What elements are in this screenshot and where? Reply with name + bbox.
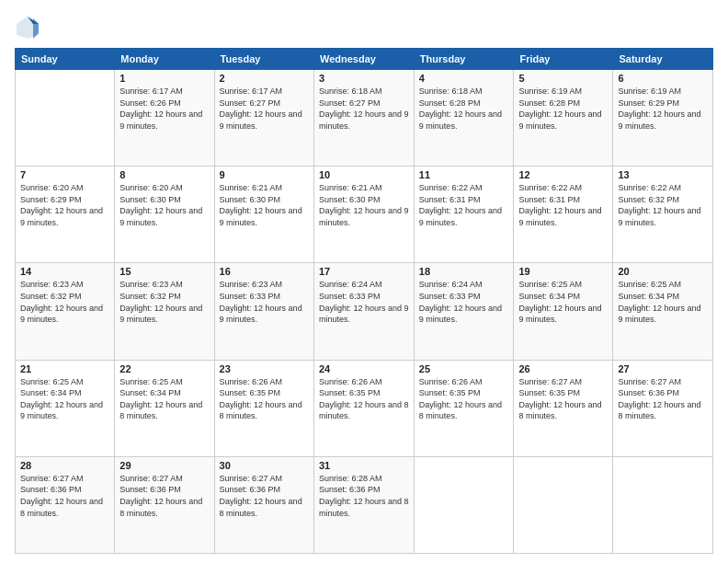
- day-info: Sunrise: 6:19 AM Sunset: 6:29 PM Dayligh…: [618, 86, 708, 132]
- calendar-cell: [613, 456, 713, 553]
- day-number: 4: [419, 73, 509, 84]
- calendar-cell: 27Sunrise: 6:27 AM Sunset: 6:36 PM Dayli…: [613, 360, 713, 456]
- weekday-header: Monday: [115, 49, 214, 70]
- calendar-cell: 2Sunrise: 6:17 AM Sunset: 6:27 PM Daylig…: [214, 70, 313, 167]
- calendar-week-row: 21Sunrise: 6:25 AM Sunset: 6:34 PM Dayli…: [16, 360, 713, 456]
- day-info: Sunrise: 6:26 AM Sunset: 6:35 PM Dayligh…: [319, 376, 409, 422]
- day-info: Sunrise: 6:27 AM Sunset: 6:35 PM Dayligh…: [518, 376, 608, 422]
- calendar-cell: 11Sunrise: 6:22 AM Sunset: 6:31 PM Dayli…: [414, 167, 514, 263]
- calendar-cell: 7Sunrise: 6:20 AM Sunset: 6:29 PM Daylig…: [16, 167, 115, 263]
- day-number: 29: [119, 460, 209, 471]
- day-info: Sunrise: 6:27 AM Sunset: 6:36 PM Dayligh…: [119, 473, 209, 519]
- calendar-cell: 18Sunrise: 6:24 AM Sunset: 6:33 PM Dayli…: [414, 263, 514, 360]
- calendar-cell: 28Sunrise: 6:27 AM Sunset: 6:36 PM Dayli…: [16, 456, 115, 553]
- day-info: Sunrise: 6:18 AM Sunset: 6:28 PM Dayligh…: [419, 86, 509, 132]
- day-info: Sunrise: 6:22 AM Sunset: 6:31 PM Dayligh…: [419, 182, 509, 228]
- day-number: 31: [319, 460, 409, 471]
- weekday-header: Friday: [514, 49, 613, 70]
- day-number: 19: [518, 266, 608, 277]
- day-number: 8: [119, 169, 209, 180]
- day-number: 25: [419, 363, 509, 374]
- day-number: 5: [518, 73, 608, 84]
- day-number: 14: [20, 266, 109, 277]
- calendar-cell: 15Sunrise: 6:23 AM Sunset: 6:32 PM Dayli…: [115, 263, 214, 360]
- day-info: Sunrise: 6:28 AM Sunset: 6:36 PM Dayligh…: [319, 473, 409, 519]
- day-info: Sunrise: 6:23 AM Sunset: 6:33 PM Dayligh…: [220, 279, 309, 325]
- day-info: Sunrise: 6:25 AM Sunset: 6:34 PM Dayligh…: [618, 279, 708, 325]
- day-number: 30: [220, 460, 309, 471]
- page: SundayMondayTuesdayWednesdayThursdayFrid…: [0, 0, 728, 563]
- day-number: 24: [319, 363, 409, 374]
- day-info: Sunrise: 6:26 AM Sunset: 6:35 PM Dayligh…: [220, 376, 309, 422]
- calendar-cell: 5Sunrise: 6:19 AM Sunset: 6:28 PM Daylig…: [514, 70, 613, 167]
- calendar-cell: 31Sunrise: 6:28 AM Sunset: 6:36 PM Dayli…: [313, 456, 414, 553]
- calendar-cell: 25Sunrise: 6:26 AM Sunset: 6:35 PM Dayli…: [414, 360, 514, 456]
- day-number: 28: [20, 460, 109, 471]
- day-info: Sunrise: 6:27 AM Sunset: 6:36 PM Dayligh…: [220, 473, 309, 519]
- calendar-week-row: 7Sunrise: 6:20 AM Sunset: 6:29 PM Daylig…: [16, 167, 713, 263]
- day-number: 17: [319, 266, 409, 277]
- weekday-header: Saturday: [613, 49, 713, 70]
- day-info: Sunrise: 6:20 AM Sunset: 6:30 PM Dayligh…: [119, 182, 209, 228]
- day-info: Sunrise: 6:19 AM Sunset: 6:28 PM Dayligh…: [518, 86, 608, 132]
- calendar-body: 1Sunrise: 6:17 AM Sunset: 6:26 PM Daylig…: [16, 70, 713, 554]
- day-number: 15: [119, 266, 209, 277]
- day-info: Sunrise: 6:24 AM Sunset: 6:33 PM Dayligh…: [419, 279, 509, 325]
- day-info: Sunrise: 6:26 AM Sunset: 6:35 PM Dayligh…: [419, 376, 509, 422]
- calendar-cell: 26Sunrise: 6:27 AM Sunset: 6:35 PM Dayli…: [514, 360, 613, 456]
- day-number: 1: [119, 73, 209, 84]
- calendar-cell: 21Sunrise: 6:25 AM Sunset: 6:34 PM Dayli…: [16, 360, 115, 456]
- day-info: Sunrise: 6:27 AM Sunset: 6:36 PM Dayligh…: [618, 376, 708, 422]
- day-number: 9: [220, 169, 309, 180]
- calendar-cell: 10Sunrise: 6:21 AM Sunset: 6:30 PM Dayli…: [313, 167, 414, 263]
- calendar-week-row: 14Sunrise: 6:23 AM Sunset: 6:32 PM Dayli…: [16, 263, 713, 360]
- day-number: 23: [220, 363, 309, 374]
- calendar-cell: 12Sunrise: 6:22 AM Sunset: 6:31 PM Dayli…: [514, 167, 613, 263]
- day-info: Sunrise: 6:18 AM Sunset: 6:27 PM Dayligh…: [319, 86, 409, 132]
- day-number: 16: [220, 266, 309, 277]
- calendar-cell: [16, 70, 115, 167]
- header: [15, 15, 713, 40]
- calendar-cell: 22Sunrise: 6:25 AM Sunset: 6:34 PM Dayli…: [115, 360, 214, 456]
- calendar-cell: 29Sunrise: 6:27 AM Sunset: 6:36 PM Dayli…: [115, 456, 214, 553]
- calendar-cell: 19Sunrise: 6:25 AM Sunset: 6:34 PM Dayli…: [514, 263, 613, 360]
- calendar-cell: 30Sunrise: 6:27 AM Sunset: 6:36 PM Dayli…: [214, 456, 313, 553]
- calendar-cell: 8Sunrise: 6:20 AM Sunset: 6:30 PM Daylig…: [115, 167, 214, 263]
- weekday-header: Sunday: [16, 49, 115, 70]
- calendar-cell: [514, 456, 613, 553]
- day-number: 13: [618, 169, 708, 180]
- day-info: Sunrise: 6:24 AM Sunset: 6:33 PM Dayligh…: [319, 279, 409, 325]
- weekday-header: Tuesday: [214, 49, 313, 70]
- logo-icon: [15, 15, 40, 40]
- day-number: 20: [618, 266, 708, 277]
- calendar-cell: 20Sunrise: 6:25 AM Sunset: 6:34 PM Dayli…: [613, 263, 713, 360]
- weekday-header: Wednesday: [313, 49, 414, 70]
- calendar-cell: [414, 456, 514, 553]
- calendar-cell: 4Sunrise: 6:18 AM Sunset: 6:28 PM Daylig…: [414, 70, 514, 167]
- calendar-cell: 3Sunrise: 6:18 AM Sunset: 6:27 PM Daylig…: [313, 70, 414, 167]
- day-number: 12: [518, 169, 608, 180]
- day-info: Sunrise: 6:17 AM Sunset: 6:27 PM Dayligh…: [220, 86, 309, 132]
- day-info: Sunrise: 6:23 AM Sunset: 6:32 PM Dayligh…: [20, 279, 109, 325]
- day-number: 21: [20, 363, 109, 374]
- day-info: Sunrise: 6:25 AM Sunset: 6:34 PM Dayligh…: [119, 376, 209, 422]
- day-number: 3: [319, 73, 409, 84]
- calendar-header: SundayMondayTuesdayWednesdayThursdayFrid…: [16, 49, 713, 70]
- day-info: Sunrise: 6:22 AM Sunset: 6:32 PM Dayligh…: [618, 182, 708, 228]
- day-info: Sunrise: 6:22 AM Sunset: 6:31 PM Dayligh…: [518, 182, 608, 228]
- day-info: Sunrise: 6:23 AM Sunset: 6:32 PM Dayligh…: [119, 279, 209, 325]
- day-number: 18: [419, 266, 509, 277]
- day-number: 7: [20, 169, 109, 180]
- calendar-week-row: 28Sunrise: 6:27 AM Sunset: 6:36 PM Dayli…: [16, 456, 713, 553]
- day-number: 6: [618, 73, 708, 84]
- day-number: 26: [518, 363, 608, 374]
- calendar-cell: 23Sunrise: 6:26 AM Sunset: 6:35 PM Dayli…: [214, 360, 313, 456]
- day-info: Sunrise: 6:25 AM Sunset: 6:34 PM Dayligh…: [20, 376, 109, 422]
- calendar-cell: 14Sunrise: 6:23 AM Sunset: 6:32 PM Dayli…: [16, 263, 115, 360]
- weekday-row: SundayMondayTuesdayWednesdayThursdayFrid…: [16, 49, 713, 70]
- weekday-header: Thursday: [414, 49, 514, 70]
- day-number: 10: [319, 169, 409, 180]
- day-info: Sunrise: 6:25 AM Sunset: 6:34 PM Dayligh…: [518, 279, 608, 325]
- day-info: Sunrise: 6:27 AM Sunset: 6:36 PM Dayligh…: [20, 473, 109, 519]
- calendar-week-row: 1Sunrise: 6:17 AM Sunset: 6:26 PM Daylig…: [16, 70, 713, 167]
